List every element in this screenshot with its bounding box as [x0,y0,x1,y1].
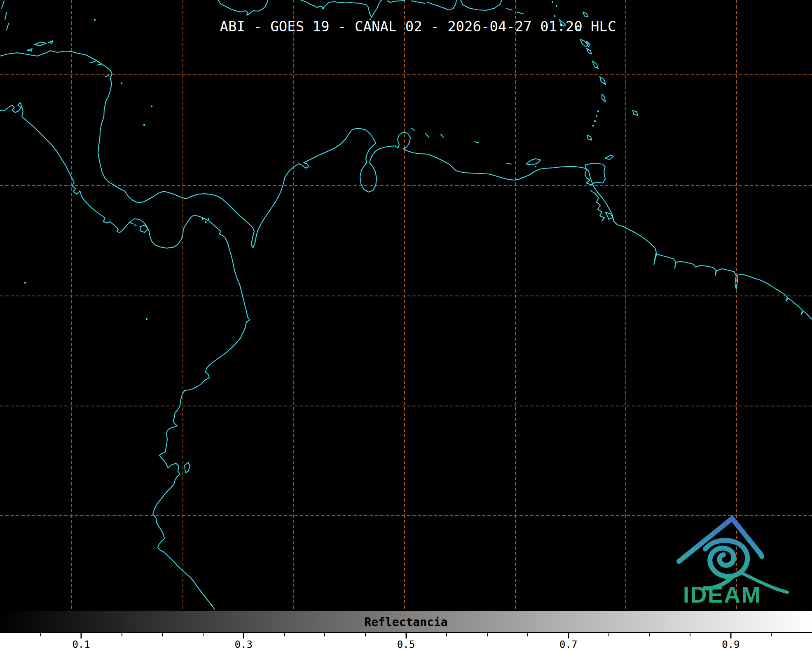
coastline-jamaica [218,0,268,15]
coastline-caribbean-mainland-coast [0,51,812,319]
colorbar-tick-label: 0.5 [397,639,415,650]
islet [552,1,553,3]
colorbar-minor-tick [122,633,122,636]
reflectance-colorbar: Reflectancia 0.10.30.50.70.9 [0,610,812,650]
islet [143,124,145,126]
colorbar-minor-tick [608,633,609,636]
colorbar-tick-label: 0.3 [235,639,253,650]
islet [146,318,147,320]
colorbar-major-tick [405,633,407,638]
logo-spiral-icon [705,540,747,576]
colorbar-major-tick [568,633,569,638]
colorbar-minor-tick [527,633,528,636]
colorbar-minor-tick [162,633,163,636]
islet [554,15,555,17]
map-canvas: IDEAM [0,0,812,610]
islet [121,82,122,84]
islet [597,110,599,112]
image-title: ABI - GOES 19 - CANAL 02 - 2026-04-27 01… [24,18,812,35]
coastline-st-croix [517,12,523,14]
coastline-puna-island [185,462,190,473]
islet [322,7,324,9]
colorbar-major-tick [243,633,244,638]
islet [596,115,597,117]
coastline-hispaniola-south-coast [301,0,456,17]
islet [208,218,209,220]
colorbar-minor-tick [690,633,690,636]
coastline-abc-islands [412,128,511,164]
ideam-logo: IDEAM [679,519,787,608]
islet [592,125,594,127]
coastline-tobago [605,155,614,160]
logo-text: IDEAM [683,582,761,608]
colorbar-minor-tick [40,633,41,636]
colorbar-gradient: Reflectancia [0,610,812,633]
coastline-vieques-culebra [507,9,512,10]
islet [556,5,557,7]
coastline-isla-margarita [526,159,541,165]
coastline-orinoco-delta-channels [590,190,613,221]
colorbar-minor-tick [771,633,772,636]
coastline-bay-islands [27,41,53,51]
colorbar-minor-tick [487,633,488,636]
islet [151,106,152,107]
islet [594,120,596,122]
colorbar-tick-label: 0.7 [559,639,577,650]
latlon-gridlines [0,0,812,610]
colorbar-minor-tick [446,633,447,636]
satellite-map: IDEAM ABI - GOES 19 - CANAL 02 - 2026-04… [0,0,812,610]
colorbar-tick-label: 0.9 [722,639,739,650]
coastline-trinidad [585,163,605,185]
islet [202,218,204,220]
colorbar-major-tick [730,633,731,638]
islet [205,221,206,223]
islet [535,166,536,167]
islet [24,282,26,284]
colorbar-minor-tick [324,633,325,636]
satellite-image-viewport: IDEAM ABI - GOES 19 - CANAL 02 - 2026-04… [0,0,812,650]
coastline-chiriqui-islets [130,223,136,226]
coastline-belize-coast [2,1,9,30]
colorbar-minor-tick [649,633,650,636]
colorbar-minor-tick [284,633,285,636]
coastline-pacific-mainland-coast [0,103,250,610]
colorbar-tick-label: 0.1 [72,639,90,650]
coastline-puerto-rico-south-coast [461,0,502,10]
colorbar-minor-tick [203,633,204,636]
coastlines-layer [0,0,812,610]
colorbar-major-tick [81,633,82,638]
colorbar-label: Reflectancia [0,615,812,629]
colorbar-axis: 0.10.30.50.70.9 [0,633,812,650]
colorbar-minor-tick [365,633,366,636]
